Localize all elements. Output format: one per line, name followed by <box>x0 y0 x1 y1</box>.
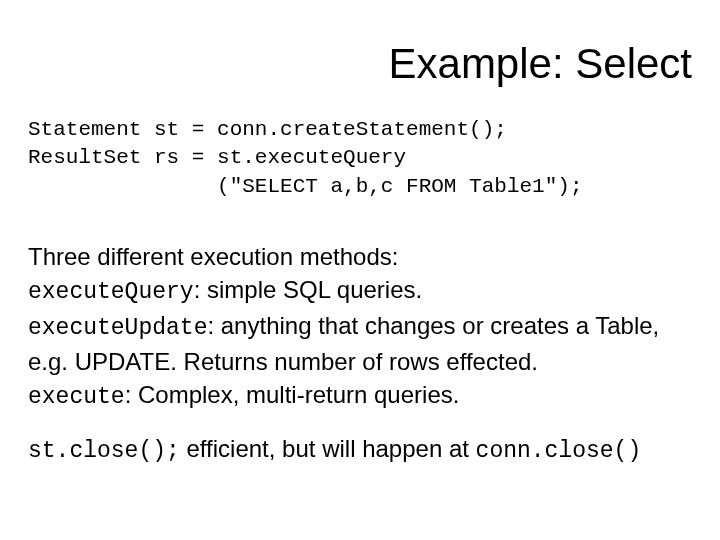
slide: Example: Select Statement st = conn.crea… <box>0 0 720 540</box>
intro-line: Three different execution methods: <box>28 241 692 272</box>
code-line-2: ResultSet rs = st.executeQuery <box>28 146 406 169</box>
close-code: st.close(); <box>28 438 180 464</box>
method-1: executeQuery: simple SQL queries. <box>28 274 692 308</box>
close-line: st.close(); efficient, but will happen a… <box>28 433 692 467</box>
slide-title: Example: Select <box>28 40 692 88</box>
method-2b: e.g. UPDATE. Returns number of rows effe… <box>28 346 692 377</box>
code-line-1: Statement st = conn.createStatement(); <box>28 118 507 141</box>
code-block: Statement st = conn.createStatement(); R… <box>28 116 692 201</box>
method-3: execute: Complex, multi-return queries. <box>28 379 692 413</box>
method-3-name: execute <box>28 384 125 410</box>
body-text: Three different execution methods: execu… <box>28 241 692 467</box>
code-line-3: ("SELECT a,b,c FROM Table1"); <box>28 175 583 198</box>
method-2-name: executeUpdate <box>28 315 207 341</box>
method-1-desc: : simple SQL queries. <box>194 276 423 303</box>
method-2a: executeUpdate: anything that changes or … <box>28 310 692 344</box>
close-desc-a: efficient, but will happen at <box>180 435 476 462</box>
method-2-desc-a: : anything that changes or creates a Tab… <box>207 312 659 339</box>
method-1-name: executeQuery <box>28 279 194 305</box>
close-code-2: conn.close() <box>476 438 642 464</box>
method-3-desc: : Complex, multi-return queries. <box>125 381 460 408</box>
